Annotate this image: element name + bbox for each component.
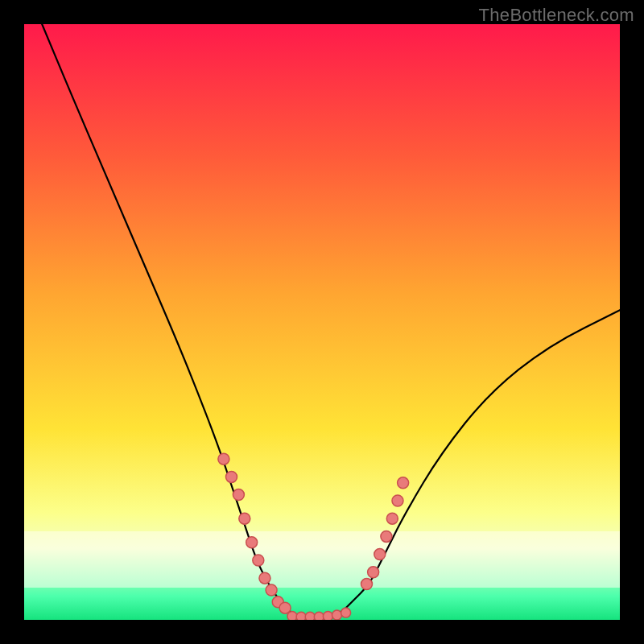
data-point <box>296 612 306 620</box>
data-point <box>266 584 277 596</box>
data-point <box>398 477 409 489</box>
data-point <box>246 537 258 548</box>
data-point <box>314 612 324 620</box>
bottleneck-curve <box>42 24 620 617</box>
watermark-label: TheBottleneck.com <box>479 5 634 26</box>
data-point <box>259 572 270 584</box>
data-point <box>386 513 398 524</box>
data-point <box>392 495 403 506</box>
data-point <box>287 612 297 620</box>
data-point <box>218 453 229 464</box>
data-point <box>253 555 264 566</box>
chart-stage: TheBottleneck.com <box>0 0 644 644</box>
data-point <box>332 610 342 620</box>
left-cluster-dots <box>218 453 291 613</box>
data-point <box>374 549 386 560</box>
data-point <box>323 612 332 620</box>
data-point <box>361 579 373 590</box>
data-point <box>381 530 392 542</box>
data-point <box>341 608 351 617</box>
plot-area <box>24 24 620 620</box>
data-point <box>239 513 250 524</box>
trough-cluster-dots <box>287 608 351 620</box>
data-point <box>368 567 379 578</box>
data-point <box>233 489 244 501</box>
data-point <box>305 612 315 620</box>
right-cluster-dots <box>361 477 409 590</box>
data-point <box>279 602 291 613</box>
chart-svg <box>24 24 620 620</box>
data-point <box>226 471 237 482</box>
